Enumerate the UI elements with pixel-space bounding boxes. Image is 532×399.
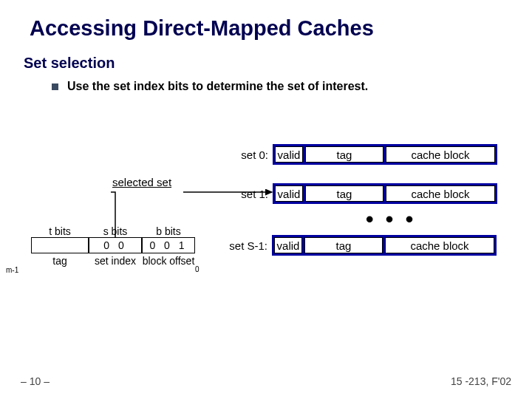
bits-value-row: 0 0 0 0 1 xyxy=(31,237,195,253)
bits-header-row: t bits s bits b bits xyxy=(31,225,195,237)
set-row-1: set 1: valid tag cache block xyxy=(224,183,497,204)
footer-right: 15 -213, F'02 xyxy=(451,375,511,387)
block-cell: cache block xyxy=(385,237,494,253)
valid-cell: valid xyxy=(275,185,303,202)
set-row-last: set S-1: valid tag cache block xyxy=(208,235,497,256)
valid-cell: valid xyxy=(275,146,303,163)
set-label: set 0: xyxy=(224,149,268,161)
set-boxes: valid tag cache block xyxy=(273,183,497,204)
block-cell: cache block xyxy=(386,146,495,163)
bbits-head: b bits xyxy=(142,225,195,237)
tag-cell: tag xyxy=(304,237,383,253)
tag-cell: tag xyxy=(305,185,383,202)
square-bullet-icon xyxy=(52,83,58,90)
ellipsis-icon: • • • xyxy=(366,207,416,232)
m-minus-1-label: m-1 xyxy=(6,266,18,274)
set-label: set S-1: xyxy=(208,239,267,252)
valid-cell: valid xyxy=(274,237,302,253)
bits-label-row: tag set index block offset xyxy=(31,255,195,267)
set-boxes: valid tag cache block xyxy=(273,144,497,165)
address-bits-box: t bits s bits b bits 0 0 0 0 1 tag set i… xyxy=(31,225,195,267)
bullet-text: Use the set index bits to determine the … xyxy=(67,80,368,93)
sbits-cell: 0 0 xyxy=(89,237,142,253)
set-label: set 1: xyxy=(224,188,268,200)
selected-set-label: selected set xyxy=(112,176,171,188)
tag-cell: tag xyxy=(305,146,383,163)
tag-label: tag xyxy=(31,255,89,267)
page-title: Accessing Direct-Mapped Caches xyxy=(30,16,374,41)
tbits-head: t bits xyxy=(31,225,89,237)
footer-left: – 10 – xyxy=(21,375,50,387)
block-cell: cache block xyxy=(386,185,495,202)
setindex-label: set index xyxy=(89,255,142,267)
blockoffset-label: block offset xyxy=(142,255,195,267)
subtitle: Set selection xyxy=(24,55,115,72)
sbits-head: s bits xyxy=(89,225,142,237)
bbits-cell: 0 0 1 xyxy=(142,237,195,253)
zero-label: 0 xyxy=(195,265,200,273)
set-row-0: set 0: valid tag cache block xyxy=(224,144,497,165)
set-boxes: valid tag cache block xyxy=(272,235,497,256)
bullet-row: Use the set index bits to determine the … xyxy=(52,80,368,93)
tbits-cell xyxy=(31,237,89,253)
